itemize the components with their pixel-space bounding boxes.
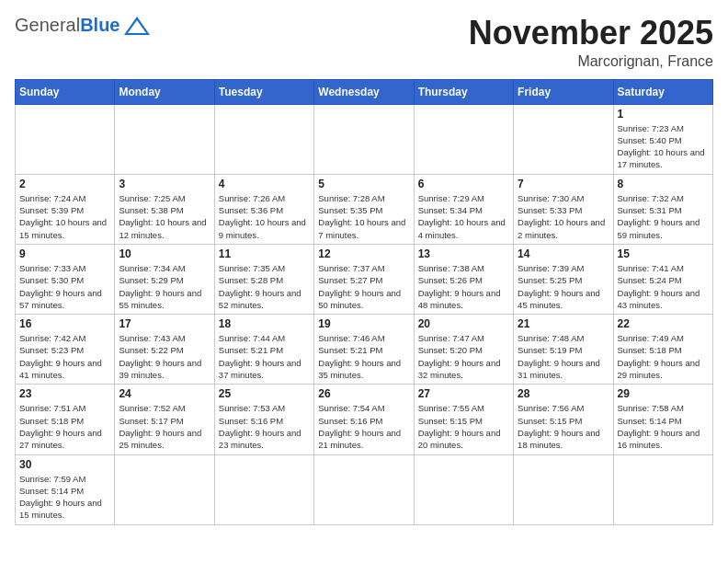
day-number: 25 [219,387,310,400]
day-header-monday: Monday [115,79,214,104]
day-number: 5 [318,178,409,190]
day-info: Sunrise: 7:35 AM Sunset: 5:28 PM Dayligh… [219,262,310,311]
day-info: Sunrise: 7:56 AM Sunset: 5:15 PM Dayligh… [518,402,609,451]
day-number: 20 [418,317,509,330]
calendar-cell: 13Sunrise: 7:38 AM Sunset: 5:26 PM Dayli… [414,244,513,314]
day-number: 18 [219,317,310,330]
day-number: 12 [318,247,409,260]
day-info: Sunrise: 7:37 AM Sunset: 5:27 PM Dayligh… [318,262,409,311]
day-number: 10 [119,247,210,260]
calendar-cell [414,454,513,524]
calendar-cell: 7Sunrise: 7:30 AM Sunset: 5:33 PM Daylig… [514,174,613,244]
calendar-table: SundayMondayTuesdayWednesdayThursdayFrid… [15,79,713,525]
calendar-cell [514,454,613,524]
day-number: 30 [19,458,110,471]
calendar-week-4: 16Sunrise: 7:42 AM Sunset: 5:23 PM Dayli… [16,315,713,385]
day-info: Sunrise: 7:53 AM Sunset: 5:16 PM Dayligh… [219,402,310,451]
day-header-sunday: Sunday [16,79,115,104]
calendar-week-6: 30Sunrise: 7:59 AM Sunset: 5:14 PM Dayli… [16,454,713,524]
day-number: 8 [618,178,709,190]
day-number: 29 [618,387,709,400]
day-info: Sunrise: 7:41 AM Sunset: 5:24 PM Dayligh… [618,262,709,311]
day-number: 13 [418,247,509,260]
calendar-cell [314,104,414,174]
day-number: 16 [19,317,110,330]
day-info: Sunrise: 7:28 AM Sunset: 5:35 PM Dayligh… [318,192,409,241]
day-number: 15 [618,247,709,260]
day-number: 14 [518,247,609,260]
day-header-tuesday: Tuesday [214,79,313,104]
day-info: Sunrise: 7:33 AM Sunset: 5:30 PM Dayligh… [19,262,110,311]
calendar-cell: 10Sunrise: 7:34 AM Sunset: 5:29 PM Dayli… [115,244,214,314]
day-number: 21 [518,317,609,330]
calendar-cell: 6Sunrise: 7:29 AM Sunset: 5:34 PM Daylig… [414,174,513,244]
calendar-cell: 1Sunrise: 7:23 AM Sunset: 5:40 PM Daylig… [613,104,712,174]
calendar-cell: 2Sunrise: 7:24 AM Sunset: 5:39 PM Daylig… [16,174,115,244]
calendar-cell [314,454,414,524]
calendar-cell: 26Sunrise: 7:54 AM Sunset: 5:16 PM Dayli… [314,385,414,454]
day-number: 22 [618,317,709,330]
calendar-cell: 3Sunrise: 7:25 AM Sunset: 5:38 PM Daylig… [115,174,214,244]
day-header-wednesday: Wednesday [314,79,414,104]
calendar-cell [115,454,214,524]
calendar-week-2: 2Sunrise: 7:24 AM Sunset: 5:39 PM Daylig… [16,174,713,244]
day-info: Sunrise: 7:54 AM Sunset: 5:16 PM Dayligh… [318,402,409,451]
day-number: 26 [318,387,409,400]
day-info: Sunrise: 7:29 AM Sunset: 5:34 PM Dayligh… [418,192,509,241]
day-number: 27 [418,387,509,400]
calendar-cell: 15Sunrise: 7:41 AM Sunset: 5:24 PM Dayli… [613,244,712,314]
calendar-cell: 12Sunrise: 7:37 AM Sunset: 5:27 PM Dayli… [314,244,414,314]
calendar-cell [16,104,115,174]
calendar-cell [214,104,313,174]
calendar-cell: 22Sunrise: 7:49 AM Sunset: 5:18 PM Dayli… [613,315,712,385]
day-info: Sunrise: 7:39 AM Sunset: 5:25 PM Dayligh… [518,262,609,311]
logo-blue-text: Blue [80,15,119,36]
day-info: Sunrise: 7:26 AM Sunset: 5:36 PM Dayligh… [219,192,310,241]
calendar-cell: 27Sunrise: 7:55 AM Sunset: 5:15 PM Dayli… [414,385,513,454]
day-info: Sunrise: 7:46 AM Sunset: 5:21 PM Dayligh… [318,332,409,381]
day-info: Sunrise: 7:25 AM Sunset: 5:38 PM Dayligh… [119,192,210,241]
day-number: 28 [518,387,609,400]
calendar-cell: 14Sunrise: 7:39 AM Sunset: 5:25 PM Dayli… [514,244,613,314]
calendar-cell: 17Sunrise: 7:43 AM Sunset: 5:22 PM Dayli… [115,315,214,385]
day-info: Sunrise: 7:58 AM Sunset: 5:14 PM Dayligh… [618,402,709,451]
day-number: 19 [318,317,409,330]
day-info: Sunrise: 7:43 AM Sunset: 5:22 PM Dayligh… [119,332,210,381]
day-number: 7 [518,178,609,190]
logo: General Blue [15,15,150,36]
day-info: Sunrise: 7:51 AM Sunset: 5:18 PM Dayligh… [19,402,110,451]
day-number: 11 [219,247,310,260]
location-text: Marcorignan, France [469,53,713,70]
calendar-cell: 8Sunrise: 7:32 AM Sunset: 5:31 PM Daylig… [613,174,712,244]
day-info: Sunrise: 7:23 AM Sunset: 5:40 PM Dayligh… [618,122,709,171]
calendar-cell: 21Sunrise: 7:48 AM Sunset: 5:19 PM Dayli… [514,315,613,385]
calendar-cell: 28Sunrise: 7:56 AM Sunset: 5:15 PM Dayli… [514,385,613,454]
day-number: 6 [418,178,509,190]
day-number: 4 [219,178,310,190]
calendar-cell [514,104,613,174]
day-number: 2 [19,178,110,190]
day-info: Sunrise: 7:42 AM Sunset: 5:23 PM Dayligh… [19,332,110,381]
day-info: Sunrise: 7:49 AM Sunset: 5:18 PM Dayligh… [618,332,709,381]
day-number: 24 [119,387,210,400]
calendar-cell: 25Sunrise: 7:53 AM Sunset: 5:16 PM Dayli… [214,385,313,454]
calendar-cell: 29Sunrise: 7:58 AM Sunset: 5:14 PM Dayli… [613,385,712,454]
month-title: November 2025 [469,15,713,52]
day-info: Sunrise: 7:30 AM Sunset: 5:33 PM Dayligh… [518,192,609,241]
calendar-cell [613,454,712,524]
calendar-week-3: 9Sunrise: 7:33 AM Sunset: 5:30 PM Daylig… [16,244,713,314]
day-header-saturday: Saturday [613,79,712,104]
day-header-thursday: Thursday [414,79,513,104]
day-info: Sunrise: 7:47 AM Sunset: 5:20 PM Dayligh… [418,332,509,381]
day-header-friday: Friday [514,79,613,104]
calendar-cell: 20Sunrise: 7:47 AM Sunset: 5:20 PM Dayli… [414,315,513,385]
calendar-cell: 5Sunrise: 7:28 AM Sunset: 5:35 PM Daylig… [314,174,414,244]
day-info: Sunrise: 7:44 AM Sunset: 5:21 PM Dayligh… [219,332,310,381]
day-info: Sunrise: 7:52 AM Sunset: 5:17 PM Dayligh… [119,402,210,451]
logo-general-text: General [15,15,80,36]
day-info: Sunrise: 7:32 AM Sunset: 5:31 PM Dayligh… [618,192,709,241]
page-header: General Blue November 2025 Marcorignan, … [15,15,713,70]
calendar-cell: 18Sunrise: 7:44 AM Sunset: 5:21 PM Dayli… [214,315,313,385]
calendar-cell: 11Sunrise: 7:35 AM Sunset: 5:28 PM Dayli… [214,244,313,314]
calendar-header-row: SundayMondayTuesdayWednesdayThursdayFrid… [16,79,713,104]
